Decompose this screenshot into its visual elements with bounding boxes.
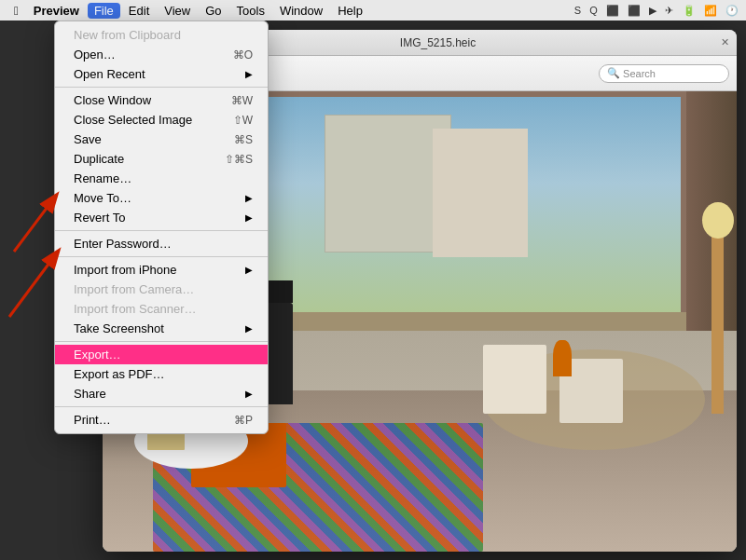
- menu-item-label: Rename…: [74, 171, 131, 185]
- separator-4: [55, 341, 268, 342]
- separator-2: [55, 230, 268, 231]
- preview-menu[interactable]: Preview: [27, 3, 86, 19]
- menu-item-shortcut: ⌘P: [234, 414, 253, 427]
- lamp: [553, 340, 572, 377]
- menu-item-new-clipboard[interactable]: New from Clipboard: [55, 25, 268, 45]
- menu-item-shortcut: ⌘O: [233, 48, 253, 61]
- submenu-arrow-icon: ▶: [245, 212, 253, 223]
- menu-item-print[interactable]: Print… ⌘P: [55, 410, 268, 430]
- menu-bar:  Preview File Edit View Go Tools Window…: [0, 0, 746, 20]
- menu-item-label: Open Recent: [74, 67, 145, 81]
- search-placeholder: Search: [623, 68, 656, 79]
- window-menu[interactable]: Window: [273, 3, 329, 19]
- menu-item-import-iphone[interactable]: Import from iPhone ▶: [55, 260, 268, 280]
- search-box[interactable]: 🔍 Search: [599, 64, 729, 83]
- menu-item-label: Print…: [74, 413, 111, 427]
- menu-item-export[interactable]: Export…: [55, 345, 268, 364]
- search-icon: 🔍: [607, 67, 620, 79]
- menu-item-label: Take Screenshot: [74, 321, 164, 335]
- submenu-arrow-icon: ▶: [245, 265, 253, 275]
- menu-item-label: Export…: [74, 348, 121, 362]
- menu-item-save[interactable]: Save ⌘S: [55, 130, 268, 149]
- menu-item-export-pdf[interactable]: Export as PDF…: [55, 364, 268, 384]
- table-item: [147, 432, 186, 451]
- menu-item-label: Save: [74, 132, 102, 146]
- separator-3: [55, 256, 268, 257]
- menu-item-label: Revert To: [74, 211, 125, 225]
- menu-item-shortcut: ⇧W: [233, 114, 253, 127]
- menu-item-share[interactable]: Share ▶: [55, 384, 268, 403]
- help-menu[interactable]: Help: [331, 3, 369, 19]
- menu-item-label: Open…: [74, 48, 116, 61]
- tools-menu[interactable]: Tools: [230, 3, 271, 19]
- menu-item-label: Close Selected Image: [74, 113, 192, 127]
- view-menu[interactable]: View: [158, 3, 197, 19]
- submenu-arrow-icon: ▶: [245, 389, 253, 399]
- separator-1: [55, 87, 268, 88]
- menu-item-open-recent[interactable]: Open Recent ▶: [55, 64, 268, 84]
- menu-item-enter-password[interactable]: Enter Password…: [55, 234, 268, 253]
- menu-item-duplicate[interactable]: Duplicate ⇧⌘S: [55, 149, 268, 169]
- go-menu[interactable]: Go: [199, 3, 228, 19]
- submenu-arrow-icon: ▶: [245, 69, 253, 79]
- menu-item-shortcut: ⇧⌘S: [225, 153, 253, 166]
- file-menu[interactable]: File: [88, 3, 120, 19]
- menu-item-label: Import from Camera…: [74, 282, 194, 296]
- lamp-shade: [702, 202, 734, 239]
- menu-item-label: Duplicate: [74, 152, 124, 166]
- menu-item-label: Move To…: [74, 191, 131, 205]
- apple-menu[interactable]: : [7, 3, 25, 19]
- submenu-arrow-icon: ▶: [245, 323, 253, 334]
- menu-item-import-scanner[interactable]: Import from Scanner…: [55, 299, 268, 319]
- separator-5: [55, 406, 268, 407]
- menu-extra-icons: S Q ⬛ ⬛ ▶ ✈ 🔋 📶 🕐: [574, 5, 739, 17]
- menu-item-label: Export as PDF…: [74, 367, 165, 381]
- edit-menu[interactable]: Edit: [122, 3, 156, 19]
- menu-item-label: Import from Scanner…: [74, 302, 197, 316]
- menu-item-close-selected[interactable]: Close Selected Image ⇧W: [55, 110, 268, 130]
- menu-item-label: Share: [74, 387, 106, 401]
- file-dropdown-menu: New from Clipboard Open… ⌘O Open Recent …: [54, 20, 269, 434]
- menu-item-revert[interactable]: Revert To ▶: [55, 208, 268, 227]
- chair-1: [483, 345, 546, 414]
- menu-item-move-to[interactable]: Move To… ▶: [55, 188, 268, 208]
- menu-item-import-camera[interactable]: Import from Camera…: [55, 280, 268, 299]
- menu-item-label: Enter Password…: [74, 237, 172, 251]
- menu-item-label: Close Window: [74, 93, 151, 107]
- system-status-icons: S Q ⬛ ⬛ ▶ ✈ 🔋 📶 🕐: [574, 5, 739, 17]
- menu-item-shortcut: ⌘W: [231, 94, 253, 107]
- menu-item-shortcut: ⌘S: [234, 133, 253, 146]
- menu-item-label: Import from iPhone: [74, 263, 177, 277]
- menu-item-open[interactable]: Open… ⌘O: [55, 45, 268, 64]
- menu-item-rename[interactable]: Rename…: [55, 169, 268, 188]
- menu-item-label: New from Clipboard: [74, 28, 181, 42]
- submenu-arrow-icon: ▶: [245, 193, 253, 203]
- menu-item-take-screenshot[interactable]: Take Screenshot ▶: [55, 319, 268, 338]
- floor-lamp: [711, 229, 725, 414]
- menu-item-close-window[interactable]: Close Window ⌘W: [55, 90, 268, 110]
- close-x-button[interactable]: ✕: [721, 36, 729, 48]
